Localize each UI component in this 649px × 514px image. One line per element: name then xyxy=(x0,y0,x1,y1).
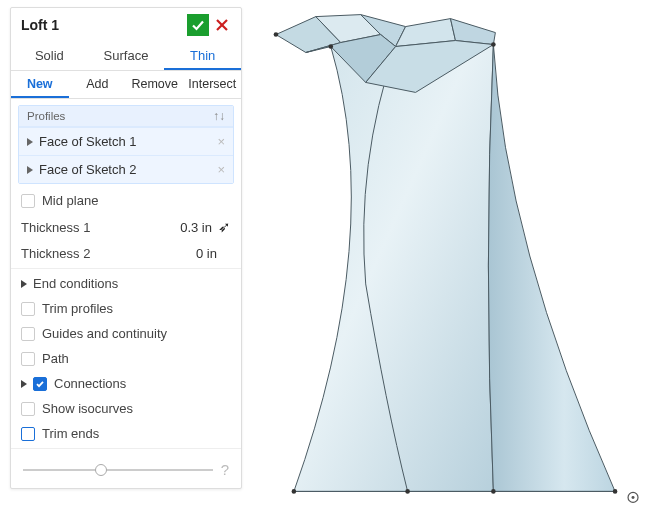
thickness2-label: Thickness 2 xyxy=(21,246,196,261)
profiles-list: Profiles ↑↓ Face of Sketch 1 × Face of S… xyxy=(18,105,234,184)
profile-item[interactable]: Face of Sketch 2 × xyxy=(19,155,233,183)
direction-arrow-icon[interactable]: ➶ xyxy=(218,218,231,236)
trim-ends-label: Trim ends xyxy=(42,426,231,441)
svg-point-18 xyxy=(632,496,635,499)
remove-profile-icon[interactable]: × xyxy=(217,134,225,149)
tab-solid[interactable]: Solid xyxy=(11,42,88,70)
guides-checkbox[interactable] xyxy=(21,327,35,341)
remove-profile-icon[interactable]: × xyxy=(217,162,225,177)
midplane-label: Mid plane xyxy=(42,193,231,208)
tab-surface[interactable]: Surface xyxy=(88,42,165,70)
profiles-label: Profiles xyxy=(27,110,65,122)
path-checkbox[interactable] xyxy=(21,352,35,366)
chevron-right-icon xyxy=(27,138,33,146)
end-conditions-label: End conditions xyxy=(33,276,231,291)
trim-profiles-checkbox[interactable] xyxy=(21,302,35,316)
tab-thin[interactable]: Thin xyxy=(164,42,241,70)
confirm-button[interactable] xyxy=(187,14,209,36)
svg-point-14 xyxy=(405,489,410,494)
connections-label: Connections xyxy=(54,376,231,391)
thickness2-value[interactable]: 0 in xyxy=(196,246,217,261)
trim-ends-row[interactable]: Trim ends xyxy=(11,421,241,449)
guides-row[interactable]: Guides and continuity xyxy=(11,321,241,346)
connections-checkbox[interactable] xyxy=(33,377,47,391)
profile-item-label: Face of Sketch 1 xyxy=(39,134,137,149)
path-row[interactable]: Path xyxy=(11,346,241,371)
close-icon xyxy=(215,18,229,32)
svg-point-13 xyxy=(292,489,297,494)
path-label: Path xyxy=(42,351,231,366)
loft-preview xyxy=(246,4,645,510)
help-icon[interactable]: ? xyxy=(221,461,229,478)
thickness1-value[interactable]: 0.3 in xyxy=(180,220,212,235)
dialog-title: Loft 1 xyxy=(21,17,185,33)
boolean-tabs: New Add Remove Intersect xyxy=(11,71,241,99)
thickness1-row: Thickness 1 0.3 in ➶ xyxy=(11,213,241,241)
slider-track xyxy=(23,469,213,471)
midplane-row[interactable]: Mid plane xyxy=(11,188,241,213)
end-conditions-row[interactable]: End conditions xyxy=(11,271,241,296)
opacity-slider-row: ? xyxy=(11,451,241,488)
trim-ends-checkbox[interactable] xyxy=(21,427,35,441)
chevron-right-icon[interactable] xyxy=(21,380,27,388)
thickness1-label: Thickness 1 xyxy=(21,220,180,235)
trim-profiles-row[interactable]: Trim profiles xyxy=(11,296,241,321)
svg-point-10 xyxy=(328,44,333,49)
cancel-button[interactable] xyxy=(211,14,233,36)
profile-item-label: Face of Sketch 2 xyxy=(39,162,137,177)
chevron-right-icon[interactable] xyxy=(21,280,27,288)
show-iso-checkbox[interactable] xyxy=(21,402,35,416)
chevron-right-icon xyxy=(27,166,33,174)
dialog-header: Loft 1 xyxy=(11,8,241,42)
profiles-header: Profiles ↑↓ xyxy=(19,106,233,127)
opacity-slider[interactable] xyxy=(23,463,213,477)
svg-point-11 xyxy=(491,42,496,47)
slider-thumb[interactable] xyxy=(95,464,107,476)
loft-dialog: Loft 1 Solid Surface Thin New Add Remove… xyxy=(10,7,242,489)
subtab-intersect[interactable]: Intersect xyxy=(184,71,242,98)
trim-profiles-label: Trim profiles xyxy=(42,301,231,316)
subtab-remove[interactable]: Remove xyxy=(126,71,184,98)
check-icon xyxy=(35,379,45,389)
connections-row[interactable]: Connections xyxy=(11,371,241,396)
svg-point-16 xyxy=(613,489,618,494)
profile-item[interactable]: Face of Sketch 1 × xyxy=(19,127,233,155)
check-icon xyxy=(190,17,206,33)
3d-viewport[interactable] xyxy=(246,4,645,510)
guides-label: Guides and continuity xyxy=(42,326,231,341)
thickness2-row: Thickness 2 0 in xyxy=(11,241,241,269)
svg-point-9 xyxy=(274,32,279,37)
type-tabs: Solid Surface Thin xyxy=(11,42,241,71)
subtab-add[interactable]: Add xyxy=(69,71,127,98)
show-iso-row[interactable]: Show isocurves xyxy=(11,396,241,421)
midplane-checkbox[interactable] xyxy=(21,194,35,208)
subtab-new[interactable]: New xyxy=(11,71,69,98)
svg-point-15 xyxy=(491,489,496,494)
reorder-icon[interactable]: ↑↓ xyxy=(213,109,225,123)
show-iso-label: Show isocurves xyxy=(42,401,231,416)
